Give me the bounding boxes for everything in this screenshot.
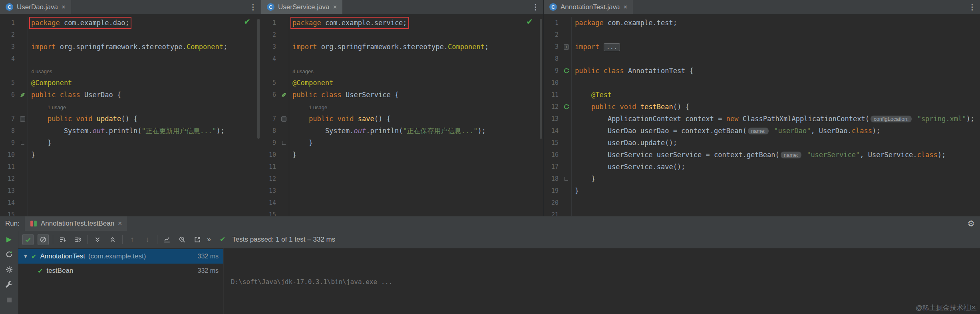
usages-hint[interactable]: 1 usage — [309, 104, 327, 110]
more-icon[interactable]: ⋮ — [968, 2, 976, 12]
scrollbar-thumb[interactable] — [257, 19, 260, 139]
usages-hint[interactable]: 4 usages — [31, 68, 52, 74]
fold-open-icon[interactable]: − — [279, 113, 289, 125]
line-number[interactable]: 4 — [0, 55, 18, 62]
line-number[interactable]: 12 — [0, 175, 18, 182]
inspections-ok-icon: ✔ — [244, 17, 250, 26]
line-number[interactable]: 13 — [544, 115, 561, 122]
line-number[interactable]: 18 — [544, 175, 561, 182]
line-number[interactable]: 7 — [261, 115, 279, 122]
statistics-icon[interactable] — [161, 234, 173, 245]
line-number[interactable]: 11 — [544, 91, 561, 98]
scrollbar-thumb[interactable] — [540, 19, 542, 139]
editor-userservice[interactable]: 1package com.example.service;23import or… — [261, 14, 543, 216]
line-number[interactable]: 2 — [261, 31, 279, 38]
rerun-failed-tests-icon[interactable] — [4, 250, 14, 259]
line-number[interactable]: 10 — [261, 151, 279, 158]
line-number[interactable]: 15 — [0, 211, 18, 216]
line-number[interactable]: 13 — [0, 187, 18, 194]
line-number[interactable]: 15 — [544, 139, 561, 146]
fold-end-icon[interactable] — [561, 173, 572, 185]
line-number[interactable]: 21 — [544, 211, 561, 216]
line-number[interactable]: 12 — [261, 175, 279, 182]
line-number[interactable]: 1 — [261, 19, 279, 26]
toggle-auto-test-icon[interactable] — [4, 265, 14, 274]
usages-hint[interactable]: 4 usages — [292, 68, 314, 74]
folded-imports[interactable]: ... — [604, 43, 620, 51]
show-ignored-icon[interactable] — [38, 234, 49, 245]
line-number[interactable]: 19 — [544, 187, 561, 194]
line-number[interactable]: 14 — [261, 199, 279, 206]
next-failed-test-icon[interactable]: ↓ — [142, 234, 153, 245]
sort-by-duration-icon[interactable] — [72, 234, 83, 245]
run-tab-annotationtest-testbean[interactable]: AnnotationTest.testBean × — [25, 216, 127, 231]
tab-userdao-java[interactable]: C UserDao.java × — [0, 0, 71, 14]
line-number[interactable]: 6 — [261, 91, 279, 98]
more-icon[interactable]: ⋮ — [532, 2, 539, 12]
line-number[interactable]: 20 — [544, 199, 561, 206]
line-number[interactable]: 17 — [544, 163, 561, 170]
line-number[interactable]: 5 — [261, 79, 279, 86]
close-icon[interactable]: × — [623, 3, 627, 11]
expand-arrow-icon[interactable]: ▼ — [23, 254, 31, 259]
expand-all-icon[interactable] — [92, 234, 103, 245]
close-icon[interactable]: × — [333, 3, 337, 11]
line-number[interactable]: 11 — [261, 163, 279, 170]
usages-hint[interactable]: 1 usage — [48, 104, 66, 110]
test-class-row[interactable]: ▼ ✔ AnnotationTest (com.example.test) 33… — [18, 249, 223, 264]
line-number[interactable]: 1 — [0, 19, 18, 26]
line-number[interactable]: 5 — [0, 79, 18, 86]
line-number[interactable]: 3 — [0, 43, 18, 50]
line-number[interactable]: 4 — [261, 55, 279, 62]
line-number[interactable]: 8 — [544, 55, 561, 62]
close-icon[interactable]: × — [118, 220, 122, 228]
line-number[interactable]: 9 — [0, 139, 18, 146]
line-number[interactable]: 9 — [261, 139, 279, 146]
line-number[interactable]: 14 — [544, 127, 561, 134]
line-number[interactable]: 3 — [261, 43, 279, 50]
line-number[interactable]: 1 — [544, 19, 561, 26]
line-number[interactable]: 12 — [544, 103, 561, 110]
sort-alphabetically-icon[interactable] — [57, 234, 68, 245]
gear-icon[interactable]: ⚙ — [967, 219, 980, 228]
export-test-results-icon[interactable] — [192, 234, 203, 245]
fold-end-icon[interactable] — [279, 137, 289, 149]
line-number[interactable]: 16 — [544, 151, 561, 158]
line-number[interactable]: 8 — [0, 127, 18, 134]
previous-failed-test-icon[interactable]: ↑ — [127, 234, 138, 245]
show-passed-icon[interactable] — [22, 234, 34, 245]
test-history-icon[interactable] — [177, 234, 188, 245]
collapse-all-icon[interactable] — [107, 234, 118, 245]
bean-icon[interactable] — [279, 89, 289, 101]
run-icon[interactable] — [561, 101, 572, 113]
chevrons-more-icon[interactable]: » — [207, 235, 212, 244]
line-number[interactable]: 2 — [544, 31, 561, 38]
bean-icon[interactable] — [18, 89, 28, 101]
more-icon[interactable]: ⋮ — [249, 2, 257, 12]
fold-open-icon[interactable]: − — [18, 113, 28, 125]
line-number[interactable]: 8 — [261, 127, 279, 134]
line-number[interactable]: 10 — [0, 151, 18, 158]
close-icon[interactable]: × — [62, 3, 66, 11]
line-number[interactable]: 6 — [0, 91, 18, 98]
editor-userdao[interactable]: 1package com.example.dao;23import org.sp… — [0, 14, 261, 216]
line-number[interactable]: 2 — [0, 31, 18, 38]
line-number[interactable]: 15 — [261, 211, 279, 216]
line-number[interactable]: 10 — [544, 79, 561, 86]
line-number[interactable]: 13 — [261, 187, 279, 194]
line-number[interactable]: 3 — [544, 43, 561, 50]
line-number[interactable]: 7 — [0, 115, 18, 122]
line-number[interactable]: 11 — [0, 163, 18, 170]
wrench-icon[interactable] — [4, 280, 14, 290]
fold-end-icon[interactable] — [18, 137, 28, 149]
editor-annotationtest[interactable]: 1package com.example.test;23+import ...8… — [544, 14, 980, 216]
tab-annotationtest-java[interactable]: C AnnotationTest.java × — [544, 0, 633, 14]
line-number[interactable]: 9 — [544, 67, 561, 74]
tab-userservice-java[interactable]: C UserService.java × — [261, 0, 342, 14]
console-output[interactable]: D:\soft\Java\jdk-17.0.3.1\bin\java.exe .… — [224, 248, 980, 314]
run-icon[interactable] — [561, 65, 572, 77]
rerun-icon[interactable]: ▶ — [4, 234, 14, 244]
fold-closed-icon[interactable]: + — [561, 41, 572, 53]
line-number[interactable]: 14 — [0, 199, 18, 206]
test-method-row[interactable]: ✔ testBean 332 ms — [18, 264, 223, 278]
